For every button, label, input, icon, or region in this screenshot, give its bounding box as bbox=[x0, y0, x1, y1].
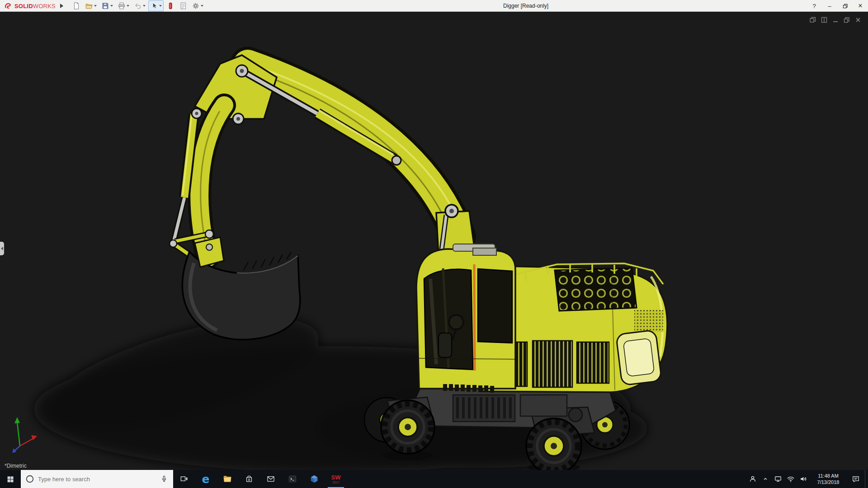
hidden-icons-button[interactable] bbox=[759, 470, 772, 488]
view-orientation-label: *Dimetric bbox=[5, 463, 27, 469]
brand-text: SOLIDWORKS bbox=[14, 3, 56, 9]
minimize-document-icon bbox=[832, 16, 839, 23]
file-properties-icon bbox=[179, 2, 187, 10]
task-view-icon bbox=[179, 474, 189, 483]
mail-button[interactable] bbox=[260, 470, 282, 488]
orientation-triad bbox=[12, 417, 37, 453]
file-explorer-button[interactable] bbox=[217, 470, 238, 488]
tile-windows-icon bbox=[821, 16, 828, 23]
minimize-button[interactable]: – bbox=[822, 0, 837, 12]
open-button[interactable] bbox=[83, 0, 99, 11]
taskbar-search[interactable] bbox=[21, 470, 173, 488]
action-center-button[interactable] bbox=[847, 470, 865, 488]
select-button[interactable] bbox=[148, 0, 164, 11]
mail-icon bbox=[266, 474, 275, 483]
solidworks-2017-icon: SW 2017 bbox=[331, 474, 341, 484]
cascade-windows-button[interactable] bbox=[809, 16, 816, 25]
cascade-windows-icon bbox=[809, 16, 816, 23]
print-button[interactable] bbox=[116, 0, 131, 11]
pc-status-button[interactable] bbox=[772, 470, 784, 488]
cortana-icon bbox=[25, 474, 34, 483]
options-dropdown-caret[interactable] bbox=[201, 5, 203, 7]
edge-icon: e bbox=[202, 474, 210, 485]
network-button[interactable] bbox=[784, 470, 797, 488]
console-icon bbox=[288, 474, 297, 483]
collapse-arrow-icon bbox=[1, 247, 3, 250]
wifi-icon bbox=[786, 474, 795, 483]
action-center-icon bbox=[851, 474, 860, 483]
file-explorer-icon bbox=[222, 474, 232, 484]
ds-swirl-icon bbox=[4, 1, 13, 10]
window-title: Digger [Read-only] bbox=[503, 3, 548, 9]
graphics-viewport[interactable]: *Dimetric bbox=[0, 12, 868, 470]
solidworks-2017-button[interactable]: SW 2017 bbox=[325, 470, 347, 488]
menu-expand-arrow[interactable] bbox=[60, 4, 63, 8]
new-document-button[interactable] bbox=[71, 0, 82, 11]
open-dropdown-caret[interactable] bbox=[94, 5, 97, 7]
console-button[interactable] bbox=[282, 470, 303, 488]
file-properties-button[interactable] bbox=[177, 0, 189, 11]
print-icon bbox=[118, 2, 126, 10]
monitor-icon bbox=[774, 474, 783, 483]
solidworks-logo: SOLIDWORKS bbox=[0, 0, 59, 12]
volume-icon bbox=[799, 474, 808, 483]
minimize-document-button[interactable] bbox=[832, 16, 839, 25]
help-button[interactable]: ? bbox=[807, 0, 822, 12]
select-dropdown-caret[interactable] bbox=[159, 5, 162, 7]
close-button[interactable]: × bbox=[853, 0, 868, 12]
edrawings-publish-button[interactable] bbox=[165, 0, 176, 11]
microphone-icon[interactable] bbox=[160, 474, 169, 483]
search-input[interactable] bbox=[38, 476, 156, 483]
print-dropdown-caret[interactable] bbox=[127, 5, 129, 7]
options-button[interactable] bbox=[190, 0, 205, 11]
select-cursor-icon bbox=[150, 2, 158, 10]
clock-time: 11:48 AM bbox=[818, 473, 839, 479]
window-controls: ? – × bbox=[807, 0, 868, 12]
restore-icon bbox=[842, 3, 848, 9]
digger-cab bbox=[416, 244, 515, 393]
new-document-icon bbox=[72, 2, 80, 10]
solidworks-viewer-button[interactable] bbox=[303, 470, 325, 488]
close-document-button[interactable] bbox=[854, 16, 862, 25]
chevron-up-icon bbox=[761, 475, 769, 483]
people-button[interactable] bbox=[746, 470, 759, 488]
close-document-icon bbox=[854, 16, 862, 23]
save-icon bbox=[101, 2, 109, 10]
tile-windows-button[interactable] bbox=[821, 16, 828, 25]
digger-model bbox=[0, 12, 868, 470]
quick-access-toolbar bbox=[71, 0, 205, 11]
start-button[interactable] bbox=[0, 470, 21, 488]
document-window-controls bbox=[809, 16, 862, 25]
undo-icon bbox=[134, 2, 142, 10]
restore-document-icon bbox=[843, 16, 850, 23]
digger-bucket bbox=[182, 237, 300, 339]
taskbar-clock[interactable]: 11:48 AM 7/13/2018 bbox=[810, 470, 847, 488]
save-dropdown-caret[interactable] bbox=[110, 5, 113, 7]
volume-button[interactable] bbox=[797, 470, 810, 488]
undo-button[interactable] bbox=[132, 0, 147, 11]
restore-document-button[interactable] bbox=[843, 16, 850, 25]
taskbar-spacer bbox=[347, 470, 746, 488]
windows-logo-icon bbox=[6, 475, 14, 483]
clock-date: 7/13/2018 bbox=[817, 479, 840, 485]
store-button[interactable] bbox=[238, 470, 260, 488]
open-folder-icon bbox=[85, 2, 93, 10]
show-desktop-strip[interactable] bbox=[865, 470, 868, 488]
undo-dropdown-caret[interactable] bbox=[143, 5, 146, 7]
save-button[interactable] bbox=[99, 0, 115, 11]
options-gear-icon bbox=[192, 2, 200, 10]
restore-button[interactable] bbox=[837, 0, 853, 12]
titlebar: SOLIDWORKS bbox=[0, 0, 868, 12]
edge-button[interactable]: e bbox=[195, 470, 217, 488]
task-view-button[interactable] bbox=[173, 470, 195, 488]
panel-flyout-tab[interactable] bbox=[0, 242, 4, 255]
people-icon bbox=[748, 474, 757, 483]
red-pill-icon bbox=[166, 2, 175, 10]
digger-arm bbox=[170, 55, 463, 265]
solidworks-cube-icon bbox=[309, 474, 319, 484]
store-icon bbox=[245, 474, 254, 483]
taskbar: e SW bbox=[0, 470, 868, 488]
